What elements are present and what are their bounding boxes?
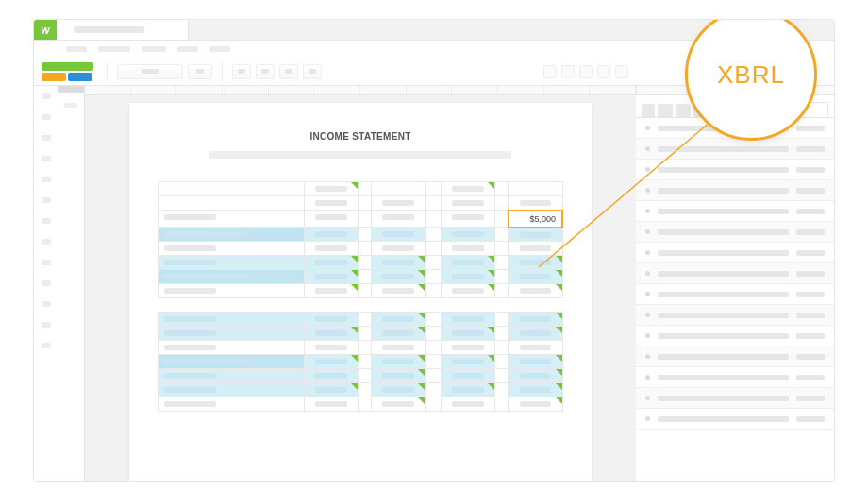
outline-item[interactable] [42, 280, 51, 286]
table-cell[interactable] [509, 270, 562, 284]
table-cell[interactable] [441, 256, 494, 270]
outline-item[interactable] [42, 197, 51, 203]
brand-mark[interactable]: w [34, 20, 57, 40]
toolbar-button[interactable] [303, 64, 322, 79]
table-cell[interactable] [509, 397, 562, 412]
panel-row[interactable] [636, 346, 834, 367]
outline-item[interactable] [42, 135, 51, 141]
table-cell[interactable] [509, 228, 562, 242]
panel-tab[interactable] [676, 104, 691, 117]
panel-row[interactable] [636, 180, 834, 201]
table-cell[interactable] [372, 383, 426, 397]
table-cell[interactable] [372, 270, 426, 284]
crumb-item[interactable] [209, 46, 230, 52]
toolbar-icon[interactable] [543, 65, 557, 78]
document-tab[interactable] [57, 20, 189, 40]
highlighted-cell[interactable]: $5,000 [509, 211, 562, 228]
table-cell[interactable] [509, 284, 562, 298]
panel-row[interactable] [636, 326, 834, 346]
table-cell[interactable] [509, 355, 562, 369]
table-cell[interactable] [372, 228, 426, 242]
panel-row[interactable] [636, 388, 834, 409]
panel-row[interactable] [636, 139, 834, 160]
table-cell[interactable] [372, 256, 426, 270]
panel-tab[interactable] [658, 104, 673, 117]
editor-canvas[interactable]: INCOME STATEMENT $5,000 [85, 95, 636, 481]
table-cell[interactable] [441, 196, 494, 211]
crumb-item[interactable] [66, 46, 87, 52]
toolbar-button[interactable] [256, 64, 275, 79]
panel-row[interactable] [636, 284, 834, 305]
crumb-item[interactable] [142, 46, 166, 52]
panel-row[interactable] [636, 222, 834, 243]
panel-tab[interactable] [642, 104, 655, 117]
table-cell[interactable] [509, 242, 562, 256]
table-cell[interactable] [509, 327, 562, 341]
table-cell[interactable] [509, 256, 562, 270]
toolbar-button[interactable] [279, 64, 298, 79]
table-cell[interactable] [372, 369, 426, 383]
table-cell[interactable] [304, 327, 358, 341]
horizontal-ruler[interactable] [85, 86, 636, 95]
outline-item[interactable] [42, 322, 51, 328]
table-cell[interactable] [441, 341, 494, 355]
toolbar-icon[interactable] [615, 65, 628, 78]
panel-row[interactable] [636, 201, 834, 222]
table-cell[interactable] [509, 196, 562, 211]
outline-item[interactable] [42, 156, 51, 161]
table-cell[interactable] [304, 211, 358, 228]
table-cell[interactable] [509, 369, 562, 383]
table-cell[interactable] [441, 211, 494, 228]
table-cell[interactable] [372, 196, 426, 211]
table-cell[interactable] [509, 313, 562, 327]
outline-item[interactable] [42, 177, 51, 182]
table-cell[interactable] [304, 228, 358, 242]
table-cell[interactable] [304, 182, 358, 196]
table-cell[interactable] [441, 369, 494, 383]
table-cell[interactable] [372, 284, 426, 298]
panel-row[interactable] [636, 367, 834, 388]
panel-row[interactable] [636, 305, 834, 326]
table-cell[interactable] [304, 355, 358, 369]
toolbar-icon[interactable] [579, 65, 593, 78]
outline-item[interactable] [42, 343, 51, 348]
table-cell[interactable] [304, 284, 358, 298]
table-cell[interactable] [304, 313, 358, 327]
table-cell[interactable] [304, 242, 358, 256]
table-cell[interactable] [304, 341, 358, 355]
outline-item[interactable] [42, 301, 51, 307]
panel-row[interactable] [636, 263, 834, 284]
table-cell[interactable] [372, 341, 426, 355]
table-cell[interactable] [304, 256, 358, 270]
toolbar-icon[interactable] [597, 65, 610, 78]
table-cell[interactable] [372, 313, 426, 327]
table-cell[interactable] [372, 355, 426, 369]
table-cell[interactable] [441, 383, 494, 397]
table-cell[interactable] [441, 270, 494, 284]
income-statement-table[interactable]: $5,000 [158, 181, 563, 412]
table-cell[interactable] [441, 182, 494, 196]
crumb-item[interactable] [98, 46, 130, 52]
panel-row[interactable] [636, 160, 834, 180]
table-cell[interactable] [509, 341, 562, 355]
toolbar-icon[interactable] [561, 65, 575, 78]
table-cell[interactable] [304, 369, 358, 383]
table-cell[interactable] [441, 397, 494, 412]
outline-item[interactable] [42, 93, 51, 99]
panel-list[interactable] [636, 118, 834, 481]
table-cell[interactable] [509, 182, 562, 196]
table-cell[interactable] [441, 284, 494, 298]
outline-minimap[interactable] [58, 86, 85, 481]
outline-item[interactable] [42, 218, 51, 224]
table-cell[interactable] [372, 211, 426, 228]
table-cell[interactable] [441, 242, 494, 256]
table-cell[interactable] [304, 196, 358, 211]
table-cell[interactable] [304, 397, 358, 412]
outline-item[interactable] [42, 239, 51, 245]
table-cell[interactable] [372, 327, 426, 341]
table-cell[interactable] [372, 397, 426, 412]
panel-row[interactable] [636, 409, 834, 430]
toolbar-button[interactable] [232, 64, 251, 79]
font-size-select[interactable] [188, 64, 212, 79]
table-cell[interactable] [304, 270, 358, 284]
